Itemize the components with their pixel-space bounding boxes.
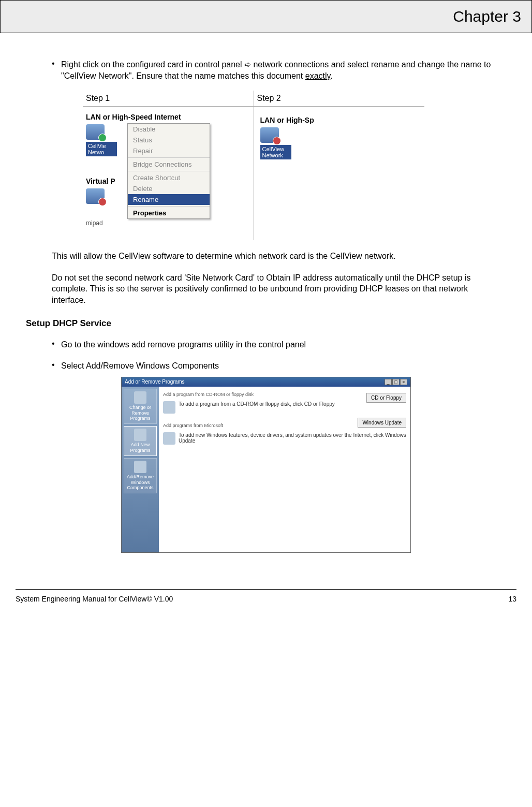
arrow-icon: ➪: [244, 60, 251, 69]
program-icon: [134, 429, 146, 441]
menu-bridge[interactable]: Bridge Connections: [128, 159, 210, 170]
page-footer: System Engineering Manual for CellView© …: [16, 589, 516, 608]
bullet-item-1: • Right click on the configured card in …: [52, 59, 501, 81]
sidebar-add-new[interactable]: Add New Programs: [124, 426, 157, 456]
menu-disable[interactable]: Disable: [128, 124, 210, 135]
paragraph-1: This will allow the CellView software to…: [52, 251, 501, 262]
window-buttons: _□×: [384, 379, 407, 385]
context-menu: Disable Status Repair Bridge Connections…: [127, 123, 210, 219]
network-label-2: CellViewNetwork: [260, 145, 291, 159]
windows-update-button[interactable]: Windows Update: [358, 418, 406, 428]
page-content: • Right click on the configured card in …: [0, 33, 532, 568]
menu-status[interactable]: Status: [128, 135, 210, 145]
menu-separator: [128, 206, 210, 207]
network-icon: [86, 188, 105, 204]
sidebar-change-remove[interactable]: Change or Remove Programs: [124, 389, 157, 424]
sidebar: Change or Remove Programs Add New Progra…: [122, 387, 159, 552]
footer-left: System Engineering Manual for CellView© …: [16, 595, 173, 603]
main-panel: Add a program from CD-ROM or floppy disk…: [159, 387, 410, 552]
step2-cell: LAN or High-Sp CellViewNetwork: [254, 107, 424, 241]
step1-cell: LAN or High-Speed Internet CellVieNetwo …: [83, 107, 254, 241]
page-number: 13: [508, 595, 516, 603]
program-icon: [134, 391, 146, 404]
menu-separator: [128, 157, 210, 158]
close-icon[interactable]: ×: [400, 379, 407, 385]
add-remove-programs-window: Add or Remove Programs _□× Change or Rem…: [121, 377, 411, 553]
text-underline: exactly: [305, 71, 331, 80]
bullet-text: Go to the windows add remove programs ut…: [61, 339, 501, 350]
step1-header: Step 1: [83, 91, 254, 107]
text: Right click on the configured card in co…: [61, 60, 244, 69]
lan-heading-2: LAN or High-Sp: [260, 116, 419, 124]
network-label: CellVieNetwo: [86, 142, 117, 156]
maximize-icon[interactable]: □: [392, 379, 400, 385]
menu-properties[interactable]: Properties: [128, 208, 210, 218]
bullet-item-3: • Select Add/Remove Windows Components: [52, 360, 501, 372]
info-line: To add new Windows features, device driv…: [163, 432, 406, 445]
section-heading: Setup DHCP Service: [26, 318, 501, 329]
info-line: To add a program from a CD-ROM or floppy…: [163, 401, 406, 414]
minimize-icon[interactable]: _: [385, 379, 392, 385]
update-icon: [163, 432, 175, 445]
cd-floppy-button[interactable]: CD or Floppy: [366, 393, 406, 403]
menu-shortcut[interactable]: Create Shortcut: [128, 172, 210, 183]
bullet-item-2: • Go to the windows add remove programs …: [52, 339, 501, 350]
text: .: [330, 71, 332, 80]
sidebar-windows-components[interactable]: Add/Remove Windows Components: [124, 458, 157, 493]
bullet-marker: •: [52, 339, 61, 350]
bullet-marker: •: [52, 59, 61, 81]
menu-rename[interactable]: Rename: [128, 194, 210, 205]
step2-header: Step 2: [254, 91, 424, 107]
network-icon: [86, 124, 105, 140]
menu-separator: [128, 171, 210, 171]
program-icon: [134, 461, 146, 473]
steps-table: Step 1 Step 2 LAN or High-Speed Internet…: [83, 91, 424, 240]
bullet-text: Select Add/Remove Windows Components: [61, 360, 501, 372]
bullet-text: Right click on the configured card in co…: [61, 59, 501, 81]
window-title: Add or Remove Programs: [125, 379, 185, 385]
lan-heading: LAN or High-Speed Internet: [86, 113, 250, 121]
menu-repair[interactable]: Repair: [128, 145, 210, 156]
cd-icon: [163, 401, 175, 414]
paragraph-2: Do not set the second network card 'Site…: [52, 272, 501, 306]
chapter-title: Chapter 3: [453, 8, 521, 25]
window-titlebar: Add or Remove Programs _□×: [122, 377, 410, 387]
network-icon: [260, 127, 279, 143]
menu-delete[interactable]: Delete: [128, 183, 210, 194]
bullet-marker: •: [52, 360, 61, 372]
mipad-label: mipad: [86, 219, 250, 227]
page-header: Chapter 3: [0, 0, 532, 33]
